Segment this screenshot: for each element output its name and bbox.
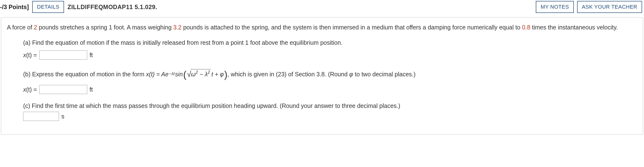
var-arg-b: (t) (26, 86, 32, 93)
var-x-b: x (23, 86, 26, 93)
intro-value-mass: 3.2 (173, 24, 182, 31)
lambda-sq: 2 (208, 70, 210, 75)
part-b: (b) Express the equation of motion in th… (7, 67, 637, 94)
ask-teacher-button[interactable]: ASK YOUR TEACHER (577, 1, 642, 13)
part-b-prefix: (b) Express the equation of motion in th… (23, 71, 146, 78)
formula-xt: x(t) = Ae (146, 69, 168, 79)
part-b-variable: x(t) = (23, 85, 37, 94)
part-a-answer-line: x(t) = ft (23, 50, 637, 60)
part-a-variable: x(t) = (23, 50, 37, 60)
var-arg: (t) (26, 52, 32, 58)
part-a: (a) Find the equation of motion if the m… (7, 38, 637, 60)
intro-value-damping: 0.8 (522, 24, 530, 31)
equals-sign-b: = (32, 86, 37, 93)
phi-symbol: φ (349, 71, 353, 78)
part-c-prompt: (c) Find the first time at which the mas… (23, 101, 637, 110)
points-label: -/3 Points] (0, 4, 29, 11)
open-paren: ( (183, 67, 186, 82)
sqrt-expression: √ ω2 − λ2 (187, 69, 211, 79)
formula-exponent: −λt (169, 70, 174, 77)
part-b-formula: x(t) = Ae−λt sin( √ ω2 − λ2 t + φ) (146, 67, 228, 82)
equals-sign: = (32, 52, 37, 58)
textbook-reference: ZILLDIFFEQMODAP11 5.1.029. (67, 4, 157, 11)
intro-text-4: times the instantaneous velocity. (530, 24, 618, 31)
question-header: -/3 Points] DETAILS ZILLDIFFEQMODAP11 5.… (0, 0, 644, 16)
part-b-answer-line: x(t) = ft (23, 85, 637, 94)
intro-text-1: A force of (7, 24, 34, 31)
part-b-unit: ft (90, 85, 93, 94)
my-notes-button[interactable]: MY NOTES (536, 1, 574, 13)
omega: ω (191, 71, 196, 78)
sqrt-icon: √ (187, 70, 191, 78)
part-a-unit: ft (90, 50, 93, 60)
part-a-input[interactable] (40, 51, 87, 60)
part-b-suffix: , which is given in (23) of Section 3.8.… (228, 71, 349, 78)
part-b-prompt: (b) Express the equation of motion in th… (23, 67, 637, 82)
close-paren: ) (224, 67, 228, 82)
intro-value-force: 2 (34, 24, 37, 31)
part-c: (c) Find the first time at which the mas… (7, 101, 637, 121)
after-sqrt: t + φ (212, 69, 224, 79)
minus: − (198, 71, 205, 78)
lambda: λ (205, 71, 208, 78)
omega-sq: 2 (196, 70, 198, 75)
part-b-suffix2: to two decimal places.) (353, 71, 416, 78)
intro-text-3: pounds is attached to the spring, and th… (182, 24, 522, 31)
var-x: x (23, 52, 26, 58)
part-b-input[interactable] (40, 85, 87, 94)
details-button[interactable]: DETAILS (32, 1, 64, 13)
part-c-answer-line: s (23, 111, 637, 121)
part-c-unit: s (62, 111, 64, 121)
part-a-prompt: (a) Find the equation of motion if the m… (23, 38, 637, 47)
problem-container: A force of 2 pounds stretches a spring 1… (1, 17, 643, 135)
sqrt-argument: ω2 − λ2 (190, 69, 211, 79)
intro-text-2: pounds stretches a spring 1 foot. A mass… (37, 24, 173, 31)
problem-intro: A force of 2 pounds stretches a spring 1… (7, 23, 637, 32)
part-c-input[interactable] (23, 112, 59, 121)
formula-sin: sin (175, 69, 183, 79)
